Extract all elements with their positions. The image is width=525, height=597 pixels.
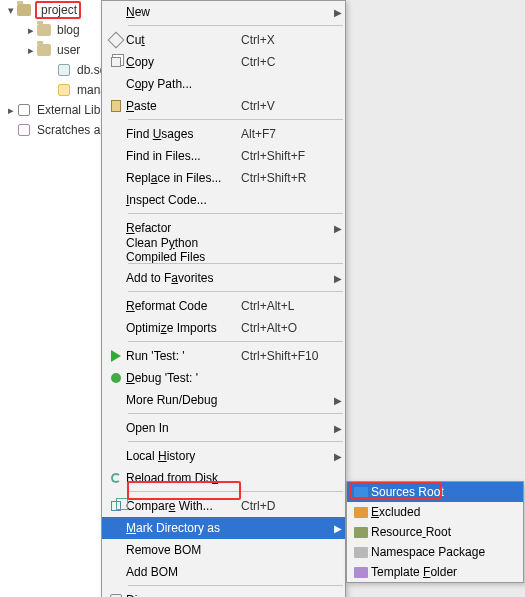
menu-item-label: New — [126, 5, 241, 19]
chevron-down-icon[interactable]: ▾ — [6, 4, 16, 17]
menu-item-shortcut: Alt+F7 — [241, 127, 331, 141]
submenu-item-label: Resource Root — [371, 525, 523, 539]
menu-item[interactable]: Remove BOM — [102, 539, 345, 561]
submenu-arrow-icon: ▶ — [331, 395, 345, 406]
menu-item-label: Find in Files... — [126, 149, 241, 163]
diag-icon — [106, 592, 126, 597]
paste-icon — [106, 98, 126, 114]
tree-label: blog — [55, 23, 80, 37]
menu-item-label: Copy — [126, 55, 241, 69]
chevron-right-icon[interactable]: ▸ — [26, 24, 36, 37]
submenu-item[interactable]: Excluded — [347, 502, 523, 522]
blank-icon — [106, 170, 126, 186]
submenu-item[interactable]: Template Folder — [347, 562, 523, 582]
menu-item[interactable]: Inspect Code... — [102, 189, 345, 211]
blank-icon — [106, 298, 126, 314]
menu-item-label: Reload from Disk — [126, 471, 241, 485]
menu-item-label: Add BOM — [126, 565, 241, 579]
menu-item[interactable]: New▶ — [102, 1, 345, 23]
compare-icon — [106, 498, 126, 514]
blank-icon — [106, 76, 126, 92]
menu-item-label: Refactor — [126, 221, 241, 235]
folder-color-icon — [351, 527, 371, 538]
blank-icon — [106, 148, 126, 164]
menu-item-label: Copy Path... — [126, 77, 241, 91]
menu-item-label: Inspect Code... — [126, 193, 241, 207]
menu-item-label: Remove BOM — [126, 543, 241, 557]
menu-item[interactable]: Local History▶ — [102, 445, 345, 467]
blank-icon — [106, 4, 126, 20]
submenu-item-label: Excluded — [371, 505, 523, 519]
blank-icon — [106, 192, 126, 208]
menu-item[interactable]: Optimize ImportsCtrl+Alt+O — [102, 317, 345, 339]
submenu-item[interactable]: Sources Root — [347, 482, 523, 502]
menu-item-shortcut: Ctrl+Alt+L — [241, 299, 331, 313]
submenu-item-label: Namespace Package — [371, 545, 523, 559]
folder-color-icon — [351, 547, 371, 558]
copy-icon — [106, 54, 126, 70]
blank-icon — [106, 448, 126, 464]
menu-item[interactable]: Mark Directory as▶ — [102, 517, 345, 539]
database-icon — [56, 62, 72, 78]
menu-item-shortcut: Ctrl+C — [241, 55, 331, 69]
blank-icon — [106, 270, 126, 286]
blank-icon — [106, 542, 126, 558]
reload-icon — [106, 470, 126, 486]
menu-item[interactable]: Add to Favorites▶ — [102, 267, 345, 289]
submenu-item-label: Sources Root — [371, 485, 523, 499]
blank-icon — [106, 242, 126, 258]
blank-icon — [106, 392, 126, 408]
menu-item-label: Open In — [126, 421, 241, 435]
menu-item[interactable]: PasteCtrl+V — [102, 95, 345, 117]
blank-icon — [106, 564, 126, 580]
blank-icon — [106, 220, 126, 236]
blank-icon — [106, 520, 126, 536]
menu-item-label: Mark Directory as — [126, 521, 241, 535]
menu-item[interactable]: Find UsagesAlt+F7 — [102, 123, 345, 145]
menu-item[interactable]: Diagrams▶ — [102, 589, 345, 597]
menu-item[interactable]: Reload from Disk — [102, 467, 345, 489]
menu-item-label: Compare With... — [126, 499, 241, 513]
chevron-right-icon[interactable]: ▸ — [26, 44, 36, 57]
menu-item-shortcut: Ctrl+Shift+F — [241, 149, 331, 163]
menu-item[interactable]: Reformat CodeCtrl+Alt+L — [102, 295, 345, 317]
tree-label: project — [39, 3, 77, 17]
menu-item[interactable]: Replace in Files...Ctrl+Shift+R — [102, 167, 345, 189]
cut-icon — [106, 32, 126, 48]
menu-item[interactable]: Add BOM — [102, 561, 345, 583]
submenu-item[interactable]: Resource Root — [347, 522, 523, 542]
folder-color-icon — [351, 567, 371, 578]
python-file-icon — [56, 82, 72, 98]
tree-label: Scratches a — [35, 123, 100, 137]
folder-color-icon — [351, 487, 371, 498]
folder-icon — [36, 42, 52, 58]
submenu-arrow-icon: ▶ — [331, 273, 345, 284]
menu-item-shortcut: Ctrl+Alt+O — [241, 321, 331, 335]
menu-item[interactable]: Run 'Test: 'Ctrl+Shift+F10 — [102, 345, 345, 367]
bug-icon — [106, 370, 126, 386]
menu-item[interactable]: Clean Python Compiled Files — [102, 239, 345, 261]
menu-item-label: Cut — [126, 33, 241, 47]
menu-item[interactable]: Find in Files...Ctrl+Shift+F — [102, 145, 345, 167]
submenu-arrow-icon: ▶ — [331, 223, 345, 234]
chevron-right-icon[interactable]: ▸ — [6, 104, 16, 117]
menu-item[interactable]: More Run/Debug▶ — [102, 389, 345, 411]
folder-color-icon — [351, 507, 371, 518]
menu-item[interactable]: Copy Path... — [102, 73, 345, 95]
menu-item-label: Reformat Code — [126, 299, 241, 313]
menu-item-label: Clean Python Compiled Files — [126, 236, 241, 264]
menu-item[interactable]: CutCtrl+X — [102, 29, 345, 51]
menu-item[interactable]: CopyCtrl+C — [102, 51, 345, 73]
menu-item-shortcut: Ctrl+Shift+R — [241, 171, 331, 185]
menu-item[interactable]: Open In▶ — [102, 417, 345, 439]
blank-icon — [106, 320, 126, 336]
blank-icon — [106, 126, 126, 142]
menu-item-shortcut: Ctrl+V — [241, 99, 331, 113]
menu-item-label: More Run/Debug — [126, 393, 241, 407]
blank-icon — [106, 420, 126, 436]
submenu-item[interactable]: Namespace Package — [347, 542, 523, 562]
menu-item[interactable]: Compare With...Ctrl+D — [102, 495, 345, 517]
menu-item[interactable]: Debug 'Test: ' — [102, 367, 345, 389]
submenu-arrow-icon: ▶ — [331, 451, 345, 462]
folder-icon — [36, 22, 52, 38]
